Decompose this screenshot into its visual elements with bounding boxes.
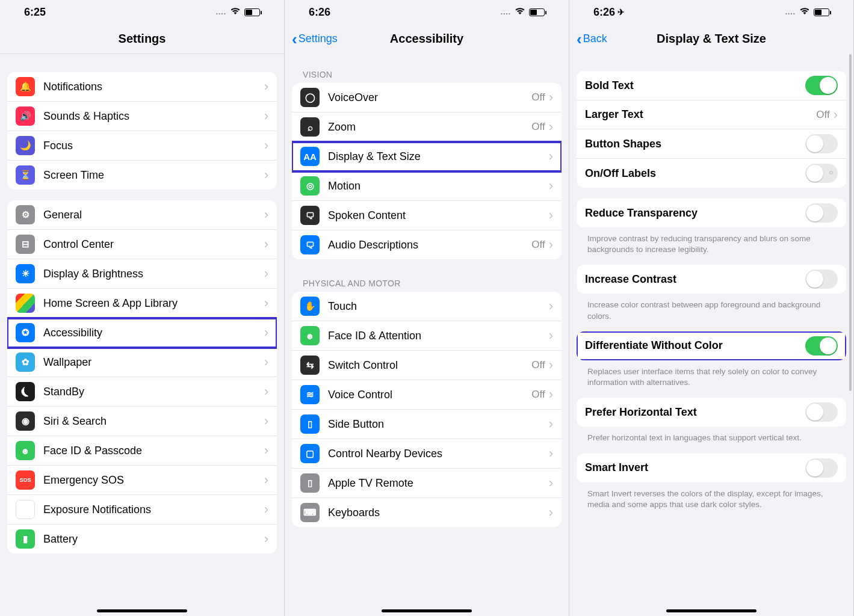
row-audio-descriptions[interactable]: 🗨 Audio Descriptions Off › [292,230,562,259]
chevron-right-icon: › [264,138,268,153]
chevron-right-icon: › [264,502,268,517]
row-control-nearby-devices[interactable]: ▢ Control Nearby Devices › [292,439,562,469]
row-motion[interactable]: ◎ Motion › [292,171,562,201]
settings-content[interactable]: 🔔 Notifications › 🔊 Sounds & Haptics › 🌙… [0,54,284,616]
sounds-icon: 🔊 [16,106,35,126]
row-button-shapes[interactable]: Button Shapes [577,129,846,159]
row-prefer-horizontal-text[interactable]: Prefer Horizontal Text [577,398,846,427]
row-spoken-content[interactable]: 🗨 Spoken Content › [292,201,562,230]
navbar: ‹ Back Display & Text Size [569,24,853,54]
row-value: Off [531,91,545,103]
row-wallpaper[interactable]: ✿ Wallpaper › [7,348,277,377]
row-label: Differentiate Without Color [585,339,805,352]
status-time: 6:26 [593,6,615,19]
row-value: Off [531,389,545,401]
scroll-indicator[interactable] [849,54,852,391]
row-display-text-size[interactable]: AA Display & Text Size › [292,142,562,171]
row-value: Off [531,239,545,251]
chevron-right-icon: › [549,178,553,194]
row-keyboards[interactable]: ⌨ Keyboards › [292,498,562,527]
battery-icon [529,8,545,16]
chevron-right-icon: › [549,90,553,105]
accessibility-content[interactable]: VISION ◯ VoiceOver Off › ⌕ Zoom Off › AA… [285,54,569,616]
row-battery[interactable]: ▮ Battery › [7,525,277,553]
chevron-right-icon: › [264,354,268,370]
chevron-right-icon: › [549,387,553,402]
row-reduce-transparency[interactable]: Reduce Transparency [577,199,846,227]
display-text-group: Differentiate Without Color [577,331,846,360]
toggle-prefer-horizontal-text[interactable] [805,402,838,422]
row-face-id-passcode[interactable]: ☻ Face ID & Passcode › [7,436,277,466]
row-label: Emergency SOS [43,474,264,487]
chevron-right-icon: › [549,237,553,253]
emergency-sos-icon: SOS [16,470,35,490]
row-screen-time[interactable]: ⏳ Screen Time › [7,161,277,189]
row-home-screen-app-library[interactable]: Home Screen & App Library › [7,289,277,318]
row-label: Siri & Search [43,415,264,428]
row-siri-search[interactable]: ◉ Siri & Search › [7,407,277,436]
row-sounds-haptics[interactable]: 🔊 Sounds & Haptics › [7,102,277,131]
section-header: VISION [292,61,562,83]
toggle-smart-invert[interactable] [805,458,838,478]
status-bar: 6:26 .... [285,0,569,24]
accessibility-group: ◯ VoiceOver Off › ⌕ Zoom Off › AA Displa… [292,83,562,259]
row-differentiate-without-color[interactable]: Differentiate Without Color [577,331,846,360]
row-face-id-attention[interactable]: ☻ Face ID & Attention › [292,321,562,351]
row-label: Face ID & Attention [328,330,549,342]
home-indicator[interactable] [666,609,757,612]
display-text-group: Reduce Transparency [577,199,846,227]
row-apple-tv-remote[interactable]: ▯ Apple TV Remote › [292,469,562,498]
row-focus[interactable]: 🌙 Focus › [7,131,277,161]
home-indicator[interactable] [382,609,472,612]
voice-control-icon: ≋ [300,385,320,404]
row-larger-text[interactable]: Larger TextOff› [577,100,846,129]
row-notifications[interactable]: 🔔 Notifications › [7,72,277,102]
row-label: Audio Descriptions [328,239,531,251]
row-label: Keyboards [328,507,549,519]
chevron-right-icon: › [549,505,553,520]
toggle-differentiate-without-color[interactable] [805,336,838,356]
back-label: Settings [299,32,338,45]
toggle-reduce-transparency[interactable] [805,203,838,223]
section-footer: Prefer horizontal text in languages that… [577,430,846,453]
exposure-icon: ⟳ [16,500,35,519]
row-smart-invert[interactable]: Smart Invert [577,454,846,482]
row-control-center[interactable]: ⊟ Control Center › [7,230,277,259]
row-label: Battery [43,533,264,546]
row-accessibility[interactable]: ✪ Accessibility › [7,318,277,348]
display-text-content[interactable]: Bold Text Larger TextOff› Button Shapes … [569,54,853,616]
section-header: PHYSICAL AND MOTOR [292,270,562,292]
row-label: Side Button [328,418,549,431]
row-on-off-labels[interactable]: On/Off Labels [577,159,846,188]
back-button[interactable]: ‹ Settings [292,31,338,47]
row-value: Off [531,359,545,371]
row-general[interactable]: ⚙︎ General › [7,200,277,230]
chevron-right-icon: › [549,357,553,373]
toggle-bold-text[interactable] [805,76,838,95]
row-label: Zoom [328,121,531,134]
toggle-increase-contrast[interactable] [805,270,838,289]
row-label: On/Off Labels [585,167,805,180]
row-side-button[interactable]: ▯ Side Button › [292,410,562,439]
chevron-right-icon: › [264,266,268,282]
row-standby[interactable]: ⏾ StandBy › [7,377,277,407]
row-increase-contrast[interactable]: Increase Contrast [577,265,846,294]
row-touch[interactable]: ✋ Touch › [292,292,562,321]
row-voiceover[interactable]: ◯ VoiceOver Off › [292,83,562,112]
row-value: Off [816,109,829,121]
row-display-brightness[interactable]: ☀︎ Display & Brightness › [7,259,277,289]
toggle-button-shapes[interactable] [805,134,838,153]
zoom-icon: ⌕ [300,117,320,137]
row-label: Control Nearby Devices [328,448,549,460]
toggle-on-off-labels[interactable] [805,164,838,183]
faceid-passcode-icon: ☻ [16,441,35,460]
row-exposure-notifications[interactable]: ⟳ Exposure Notifications › [7,495,277,525]
row-zoom[interactable]: ⌕ Zoom Off › [292,112,562,142]
row-emergency-sos[interactable]: SOS Emergency SOS › [7,466,277,495]
side-button-icon: ▯ [300,414,320,434]
row-bold-text[interactable]: Bold Text [577,71,846,100]
back-button[interactable]: ‹ Back [577,31,607,47]
row-switch-control[interactable]: ⇆ Switch Control Off › [292,351,562,380]
row-voice-control[interactable]: ≋ Voice Control Off › [292,380,562,410]
home-indicator[interactable] [97,609,187,612]
